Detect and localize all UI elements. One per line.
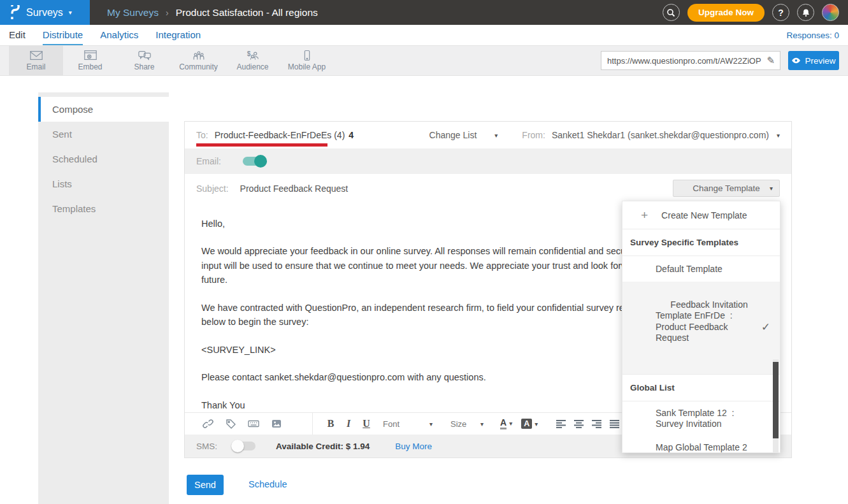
template-item-global[interactable]: Sank Template 12 : Survey Invitation	[622, 408, 780, 429]
to-list-value: Product-Feedback-EnFrDeEs (4)	[215, 130, 345, 140]
help-button[interactable]: ?	[772, 4, 789, 21]
tab-distribute[interactable]: Distribute	[43, 25, 83, 45]
bell-icon	[801, 8, 810, 17]
chevron-down-icon: ▾	[770, 185, 773, 192]
sidebar-item-scheduled[interactable]: Scheduled	[38, 147, 169, 171]
channel-tab-email[interactable]: Email	[9, 46, 63, 75]
tab-analytics[interactable]: Analytics	[100, 25, 138, 45]
font-size-dropdown[interactable]: Size ▾	[450, 419, 484, 429]
from-value: Sanket1 Shekdar1 (sanket.shekdar@questio…	[552, 130, 769, 140]
keyboard-icon[interactable]	[242, 419, 265, 428]
toolbar-divider	[312, 413, 313, 435]
global-list-section-header: Global List	[622, 375, 780, 401]
chevron-down-icon: ▾	[69, 10, 72, 16]
to-list-underline	[196, 143, 327, 147]
background-color-icon: A	[521, 419, 532, 429]
background-color-button[interactable]: A ▾	[521, 419, 538, 429]
search-button[interactable]	[663, 4, 680, 21]
text-color-icon: A	[500, 418, 507, 429]
email-toggle-label: Email:	[196, 156, 221, 166]
text-color-button[interactable]: A ▾	[500, 418, 512, 429]
available-credit: Available Credit: $ 1.94	[276, 442, 370, 451]
preview-button[interactable]: Preview	[788, 51, 839, 70]
chevron-down-icon: ▾	[777, 132, 780, 139]
to-label: To:	[196, 130, 208, 140]
insert-link-icon[interactable]	[196, 419, 219, 429]
edit-url-icon[interactable]: ✎	[765, 55, 780, 66]
subject-value[interactable]: Product Feedback Request	[240, 184, 349, 194]
channel-tab-mobile-app[interactable]: Mobile App	[280, 46, 334, 75]
channel-tab-share[interactable]: Share	[117, 46, 171, 75]
align-right-icon[interactable]	[587, 420, 605, 428]
sms-label: SMS:	[196, 442, 217, 451]
survey-url-input[interactable]	[601, 56, 765, 66]
insert-image-icon[interactable]	[265, 419, 288, 428]
chevron-down-icon: ▾	[480, 421, 484, 428]
upgrade-now-button[interactable]: Upgrade Now	[687, 4, 765, 22]
chevron-down-icon: ▾	[429, 421, 433, 428]
bold-button[interactable]: B	[322, 418, 340, 429]
dropdown-scrollbar[interactable]	[773, 359, 779, 453]
send-button[interactable]: Send	[187, 475, 224, 495]
global-template-list: Sank Template 12 : Survey Invitation Map…	[622, 401, 780, 454]
chevron-down-icon: ▾	[494, 132, 498, 139]
recipients-row: To: Product-Feedback-EnFrDeEs (4) 4 Chan…	[185, 122, 791, 148]
app-root: Surveys ▾ My Surveys › Product Satisfact…	[0, 0, 848, 504]
italic-button[interactable]: I	[340, 418, 357, 429]
sidebar-item-templates[interactable]: Templates	[38, 196, 169, 221]
email-sidebar: Compose Sent Scheduled Lists Templates	[38, 92, 169, 504]
chevron-down-icon: ▾	[509, 420, 512, 427]
buy-more-link[interactable]: Buy More	[395, 442, 432, 451]
share-icon	[138, 50, 152, 61]
sidebar-item-compose[interactable]: Compose	[38, 97, 169, 122]
align-center-icon[interactable]	[570, 420, 587, 428]
merge-tag-icon[interactable]	[219, 419, 242, 429]
avatar[interactable]	[822, 4, 839, 21]
channel-tab-audience[interactable]: $ Audience	[226, 46, 280, 75]
dropdown-scrollbar-thumb[interactable]	[773, 362, 779, 438]
survey-tab-nav: Edit Distribute Analytics Integration Re…	[0, 25, 848, 46]
eye-icon	[791, 57, 801, 64]
page-title: Product Satisfaction - All regions	[176, 7, 318, 18]
email-icon	[29, 50, 43, 61]
product-switcher[interactable]: Surveys ▾	[0, 0, 90, 25]
change-template-button[interactable]: Change Template ▾	[673, 180, 780, 197]
breadcrumb-separator: ›	[166, 8, 169, 18]
sms-toggle[interactable]	[233, 442, 255, 450]
check-icon: ✓	[761, 321, 770, 335]
from-selector[interactable]: From: Sanket1 Shekdar1 (sanket.shekdar@q…	[522, 130, 780, 140]
underline-button[interactable]: U	[357, 418, 375, 429]
align-left-icon[interactable]	[552, 420, 570, 428]
change-list-dropdown[interactable]: Change List ▾	[429, 130, 498, 140]
channel-tab-embed[interactable]: Embed	[63, 46, 117, 75]
chevron-down-icon: ▾	[535, 421, 538, 428]
from-label: From:	[522, 130, 545, 140]
plus-icon: +	[641, 209, 648, 221]
header-actions: Upgrade Now ?	[663, 4, 848, 22]
change-template-dropdown: + Create New Template Survey Specific Te…	[622, 201, 780, 453]
responses-count: Responses: 0	[786, 31, 839, 40]
subject-label: Subject:	[196, 184, 229, 194]
tab-integration[interactable]: Integration	[155, 25, 201, 45]
tab-edit[interactable]: Edit	[9, 25, 25, 45]
create-new-template-item[interactable]: + Create New Template	[622, 201, 780, 229]
schedule-link[interactable]: Schedule	[248, 479, 287, 489]
template-item-global[interactable]: Map Global Template 2 : Survey Invitatio…	[622, 442, 780, 454]
template-item-default[interactable]: Default Template	[622, 256, 780, 282]
email-toggle[interactable]	[243, 157, 266, 166]
sidebar-item-sent[interactable]: Sent	[38, 122, 169, 147]
svg-text:$: $	[247, 50, 250, 57]
breadcrumb-my-surveys[interactable]: My Surveys	[107, 7, 159, 18]
survey-templates-section-header: Survey Specific Templates	[622, 229, 780, 256]
notifications-button[interactable]	[797, 4, 814, 21]
align-justify-icon[interactable]	[605, 420, 623, 428]
template-item-selected[interactable]: Feedback Invitation Template EnFrDe : Pr…	[622, 282, 780, 374]
sidebar-item-lists[interactable]: Lists	[38, 171, 169, 196]
channel-tab-community[interactable]: Community	[171, 46, 226, 75]
breadcrumb: My Surveys › Product Satisfaction - All …	[107, 7, 318, 18]
audience-icon: $	[246, 50, 260, 61]
font-family-dropdown[interactable]: Font ▾	[383, 419, 433, 429]
top-header: Surveys ▾ My Surveys › Product Satisfact…	[0, 0, 848, 25]
question-mark-icon: ?	[778, 8, 784, 18]
survey-url-box: ✎	[601, 51, 780, 70]
